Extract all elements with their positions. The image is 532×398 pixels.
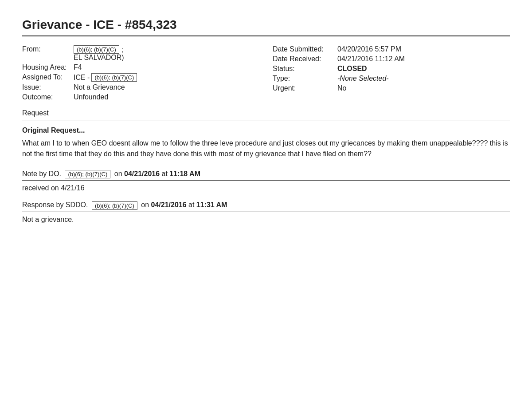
from-label: From: bbox=[22, 45, 71, 53]
housing-area-row: Housing Area: F4 bbox=[22, 63, 259, 71]
note-at: at bbox=[162, 170, 168, 177]
page-title: Grievance - ICE - #854,323 bbox=[22, 18, 510, 32]
request-text: What am I to to when GEO doesnt allow me… bbox=[22, 138, 510, 159]
issue-label: Issue: bbox=[22, 83, 71, 91]
request-divider bbox=[22, 121, 510, 121]
date-received-value: 04/21/2016 11:12 AM bbox=[337, 55, 405, 63]
note-on: on bbox=[114, 170, 122, 177]
date-received-row: Date Received: 04/21/2016 11:12 AM bbox=[273, 55, 510, 63]
type-value: -None Selected- bbox=[337, 75, 389, 83]
status-label: Status: bbox=[273, 65, 335, 73]
issue-value: Not a Grievance bbox=[74, 83, 125, 91]
response-on: on bbox=[141, 201, 149, 209]
original-request-label: Original Request... bbox=[22, 126, 510, 134]
from-suffix: ; bbox=[122, 46, 124, 54]
status-value: CLOSED bbox=[337, 65, 367, 73]
date-submitted-value: 04/20/2016 5:57 PM bbox=[337, 45, 401, 53]
note-time: 11:18 AM bbox=[169, 170, 200, 177]
assigned-label: Assigned To: bbox=[22, 73, 71, 81]
note-text: received on 4/21/16 bbox=[22, 184, 510, 192]
outcome-value: Unfounded bbox=[74, 93, 108, 101]
urgent-row: Urgent: No bbox=[273, 84, 510, 92]
from-row: From: (b)(6); (b)(7)(C); EL SALVADOR) bbox=[22, 45, 259, 62]
response-header: Response by SDDO. (b)(6); (b)(7)(C) on 0… bbox=[22, 201, 510, 212]
note-section: Note by DO. (b)(6); (b)(7)(C) on 04/21/2… bbox=[22, 170, 510, 192]
urgent-value: No bbox=[337, 84, 346, 92]
note-date: 04/21/2016 bbox=[124, 170, 160, 177]
response-time: 11:31 AM bbox=[196, 201, 227, 209]
urgent-label: Urgent: bbox=[273, 84, 335, 92]
assigned-redacted: (b)(6); (b)(7)(C) bbox=[91, 73, 137, 82]
note-header: Note by DO. (b)(6); (b)(7)(C) on 04/21/2… bbox=[22, 170, 510, 181]
request-header: Request bbox=[22, 109, 510, 117]
response-sddo-redacted: (b)(6); (b)(7)(C) bbox=[92, 201, 137, 210]
date-received-label: Date Received: bbox=[273, 55, 335, 63]
note-do-redacted: (b)(6); (b)(7)(C) bbox=[65, 170, 110, 178]
type-row: Type: -None Selected- bbox=[273, 75, 510, 83]
info-grid: From: (b)(6); (b)(7)(C); EL SALVADOR) Ho… bbox=[22, 45, 510, 101]
response-section: Response by SDDO. (b)(6); (b)(7)(C) on 0… bbox=[22, 201, 510, 223]
response-prefix: Response by SDDO. bbox=[22, 201, 88, 209]
status-row: Status: CLOSED bbox=[273, 65, 510, 73]
date-submitted-row: Date Submitted: 04/20/2016 5:57 PM bbox=[273, 45, 510, 53]
outcome-label: Outcome: bbox=[22, 93, 71, 101]
type-label: Type: bbox=[273, 75, 335, 83]
outcome-row: Outcome: Unfounded bbox=[22, 93, 259, 101]
from-redacted: (b)(6); (b)(7)(C) bbox=[74, 45, 119, 54]
response-text: Not a grievance. bbox=[22, 216, 510, 224]
assigned-row: Assigned To: ICE - (b)(6); (b)(7)(C) bbox=[22, 73, 259, 82]
response-at: at bbox=[188, 201, 194, 209]
note-prefix: Note by DO. bbox=[22, 170, 61, 177]
assigned-prefix: ICE - bbox=[74, 74, 90, 82]
housing-area-value: F4 bbox=[74, 63, 82, 71]
response-date: 04/21/2016 bbox=[151, 201, 187, 209]
from-country: EL SALVADOR) bbox=[74, 54, 124, 62]
date-submitted-label: Date Submitted: bbox=[273, 45, 335, 53]
request-section: Request Original Request... What am I to… bbox=[22, 109, 510, 159]
from-field: (b)(6); (b)(7)(C); EL SALVADOR) bbox=[74, 45, 124, 62]
housing-area-label: Housing Area: bbox=[22, 63, 71, 71]
issue-row: Issue: Not a Grievance bbox=[22, 83, 259, 91]
title-divider bbox=[22, 35, 510, 36]
assigned-value: ICE - (b)(6); (b)(7)(C) bbox=[74, 73, 138, 82]
